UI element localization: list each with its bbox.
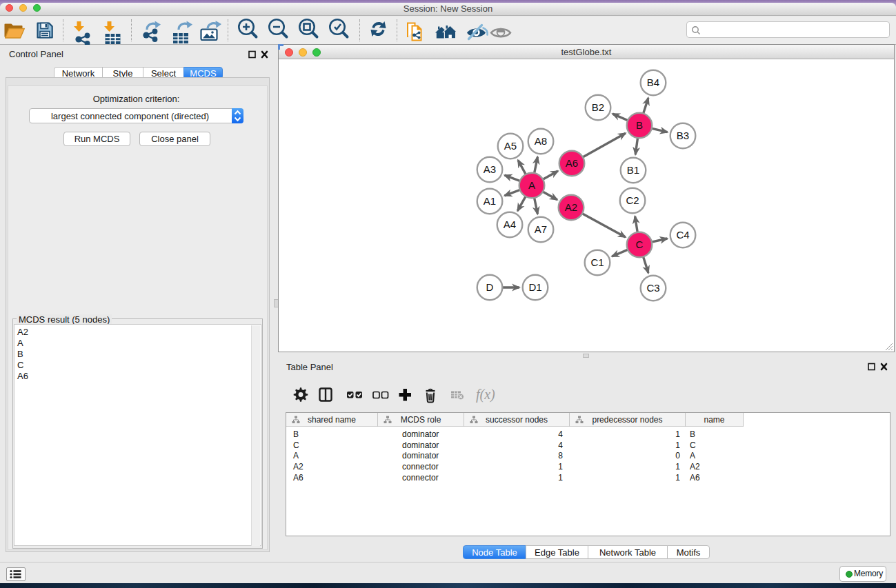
svg-text:B1: B1 xyxy=(627,164,639,176)
svg-text:B3: B3 xyxy=(677,130,689,141)
svg-text:A3: A3 xyxy=(484,163,496,175)
svg-text:A6: A6 xyxy=(566,157,578,169)
svg-text:C: C xyxy=(636,239,644,250)
svg-text:A7: A7 xyxy=(535,223,547,235)
svg-text:A2: A2 xyxy=(565,201,577,213)
svg-text:A1: A1 xyxy=(484,195,496,207)
svg-text:B2: B2 xyxy=(592,101,604,113)
svg-text:B: B xyxy=(636,119,643,131)
svg-text:f(x): f(x) xyxy=(476,387,495,403)
svg-text:A4: A4 xyxy=(504,219,516,230)
svg-text:D: D xyxy=(486,281,494,293)
svg-text:C2: C2 xyxy=(626,194,639,206)
svg-text:A5: A5 xyxy=(504,140,517,152)
svg-text:D1: D1 xyxy=(528,281,541,293)
svg-text:C3: C3 xyxy=(646,282,659,294)
svg-text:B4: B4 xyxy=(647,77,659,88)
svg-text:C4: C4 xyxy=(676,229,689,241)
svg-text:C1: C1 xyxy=(590,256,604,268)
svg-text:A8: A8 xyxy=(535,135,547,147)
svg-text:A: A xyxy=(528,179,535,191)
